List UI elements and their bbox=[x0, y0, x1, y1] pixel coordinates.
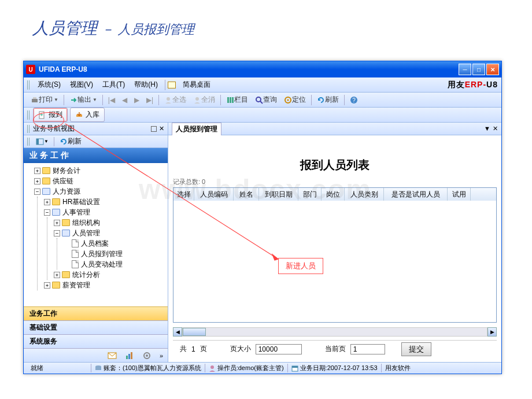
main-panel: 人员报到管理 ▼ ✕ 报到人员列表 记录总数: 0 选择人员编码姓名到职日期部门… bbox=[168, 123, 501, 362]
chart-icon[interactable] bbox=[125, 351, 134, 360]
nav-prev-button[interactable]: ◀ bbox=[119, 95, 131, 105]
tree-leaf-archive[interactable]: 人员档案 bbox=[64, 238, 167, 249]
pager-submit-button[interactable]: 提交 bbox=[401, 342, 431, 356]
sidebar-tab-work[interactable]: 业务工作 bbox=[24, 306, 168, 320]
report-label: 报到 bbox=[49, 110, 62, 120]
svg-rect-19 bbox=[128, 354, 130, 359]
column-header[interactable]: 是否是试用人员 bbox=[384, 188, 448, 201]
inbound-label: 入库 bbox=[86, 110, 99, 120]
sidebar-refresh-button[interactable]: 刷新 bbox=[57, 136, 84, 147]
inbound-button[interactable]: 入库 bbox=[70, 108, 105, 122]
list-title: 报到人员列表 bbox=[173, 157, 497, 173]
column-header[interactable]: 人员类别 bbox=[345, 188, 384, 201]
sidebar-close-icon[interactable]: ✕ bbox=[159, 125, 164, 132]
scroll-right-icon[interactable]: ▶ bbox=[487, 327, 497, 337]
tools-icon[interactable] bbox=[142, 351, 152, 360]
status-vendor: 用友软件 bbox=[381, 364, 414, 372]
menu-system[interactable]: 系统(S) bbox=[33, 79, 65, 91]
sidebar-tab-base[interactable]: 基础设置 bbox=[24, 320, 168, 334]
tree-node-stat[interactable]: +统计分析 bbox=[54, 269, 167, 280]
scroll-track[interactable] bbox=[182, 327, 487, 337]
tree-node-person[interactable]: −人员管理 bbox=[54, 228, 167, 238]
page-size-input[interactable] bbox=[256, 344, 302, 354]
menu-view[interactable]: 视图(V) bbox=[65, 79, 98, 91]
print-button[interactable]: 打印▼ bbox=[27, 94, 62, 106]
svg-rect-6 bbox=[232, 97, 234, 103]
pin-icon[interactable] bbox=[151, 126, 157, 132]
tree-node-hrmgmt[interactable]: −人事管理 bbox=[44, 207, 167, 217]
slide-title: 人员管理 － 人员报到管理 bbox=[32, 17, 194, 39]
user-plus-icon bbox=[164, 96, 172, 104]
pager-total-b: 页 bbox=[200, 344, 207, 354]
app-window: U UFIDA ERP-U8 ─ □ ✕ 系统(S) 视图(V) 工具(T) 帮… bbox=[23, 61, 502, 374]
tree-leaf-checkin[interactable]: 人员报到管理 bbox=[64, 249, 167, 259]
scroll-left-icon[interactable]: ◀ bbox=[173, 327, 182, 337]
svg-rect-27 bbox=[292, 366, 298, 368]
folder-open-icon bbox=[42, 188, 50, 195]
user-icon bbox=[209, 365, 216, 372]
output-button[interactable]: 输出▼ bbox=[66, 94, 101, 106]
locate-button[interactable]: 定位 bbox=[280, 94, 309, 106]
column-header[interactable]: 姓名 bbox=[234, 188, 259, 201]
menu-desktop[interactable]: 简易桌面 bbox=[178, 79, 215, 91]
maximize-button[interactable]: □ bbox=[472, 64, 485, 75]
message-icon[interactable] bbox=[108, 351, 117, 360]
tree-node-org[interactable]: +组织机构 bbox=[54, 217, 167, 228]
search-icon bbox=[255, 96, 263, 104]
calendar-icon bbox=[291, 365, 298, 372]
help-icon: ? bbox=[350, 96, 358, 104]
pager-total-a: 共 bbox=[180, 344, 187, 354]
tab-dropdown-icon[interactable]: ▼ bbox=[484, 125, 490, 132]
column-header[interactable]: 选择 bbox=[173, 188, 194, 201]
status-ready: 就绪 bbox=[27, 364, 91, 372]
panel-icon bbox=[36, 138, 44, 146]
horizontal-scrollbar[interactable]: ◀ ▶ bbox=[173, 327, 497, 337]
column-header[interactable]: 试用 bbox=[448, 188, 471, 201]
tree-node-hrbase[interactable]: +HR基础设置 bbox=[44, 197, 167, 207]
column-header[interactable]: 岗位 bbox=[322, 188, 345, 201]
column-header[interactable]: 人员编码 bbox=[194, 188, 234, 201]
menu-tools[interactable]: 工具(T) bbox=[98, 79, 130, 91]
menu-help[interactable]: 帮助(H) bbox=[130, 79, 162, 91]
document-icon bbox=[72, 239, 79, 247]
column-header[interactable]: 到职日期 bbox=[259, 188, 298, 201]
selectall-button[interactable]: 全选 bbox=[161, 94, 190, 106]
scroll-thumb[interactable] bbox=[183, 328, 206, 336]
folder-open-icon bbox=[52, 209, 60, 216]
tab-label[interactable]: 人员报到管理 bbox=[172, 123, 221, 135]
columns-button[interactable]: 栏目 bbox=[223, 94, 252, 106]
document-icon bbox=[72, 250, 79, 258]
svg-rect-18 bbox=[126, 356, 128, 359]
svg-point-10 bbox=[287, 99, 289, 101]
deselect-button[interactable]: 全消 bbox=[190, 94, 219, 106]
page-current-input[interactable] bbox=[350, 344, 385, 354]
content-area: 报到人员列表 记录总数: 0 选择人员编码姓名到职日期部门岗位人员类别是否是试用… bbox=[168, 135, 501, 362]
svg-rect-1 bbox=[33, 97, 36, 99]
nav-first-button[interactable]: |◀ bbox=[105, 95, 119, 105]
tree-node-scm[interactable]: +供应链 bbox=[34, 176, 167, 186]
tab-close-icon[interactable]: ✕ bbox=[493, 125, 498, 132]
data-grid: 选择人员编码姓名到职日期部门岗位人员类别是否是试用人员试用 bbox=[173, 187, 497, 323]
titlebar: U UFIDA ERP-U8 ─ □ ✕ bbox=[24, 61, 501, 77]
nav-last-button[interactable]: ▶| bbox=[143, 95, 157, 105]
svg-rect-0 bbox=[32, 99, 38, 102]
query-button[interactable]: 查询 bbox=[252, 94, 280, 106]
sidebar-view-toggle[interactable]: ▼ bbox=[33, 137, 51, 146]
minimize-button[interactable]: ─ bbox=[459, 64, 471, 75]
tree-node-hr[interactable]: −人力资源 bbox=[34, 186, 167, 197]
annotation-text: 新进人员 bbox=[286, 261, 316, 270]
report-button[interactable]: + 报到 bbox=[33, 108, 68, 122]
tree-leaf-change[interactable]: 人员变动处理 bbox=[64, 259, 167, 269]
tree-node-finance[interactable]: +财务会计 bbox=[34, 165, 167, 176]
refresh-button[interactable]: 刷新 bbox=[313, 94, 342, 106]
user-minus-icon bbox=[193, 96, 201, 104]
folder-open-icon bbox=[62, 230, 70, 237]
close-button[interactable]: ✕ bbox=[486, 64, 499, 75]
sidebar-tab-service[interactable]: 系统服务 bbox=[24, 334, 168, 348]
tree-node-salary[interactable]: +薪资管理 bbox=[44, 280, 167, 290]
column-header[interactable]: 部门 bbox=[298, 188, 322, 201]
sidebar: 业务导航视图 ✕ ▼ 刷新 业务工作 +财务会计 +供应链 −人力资源 +HR基… bbox=[24, 123, 168, 362]
nav-next-button[interactable]: ▶ bbox=[131, 95, 143, 105]
expand-icon[interactable]: » bbox=[160, 352, 163, 359]
help-icon-button[interactable]: ? bbox=[346, 95, 361, 105]
